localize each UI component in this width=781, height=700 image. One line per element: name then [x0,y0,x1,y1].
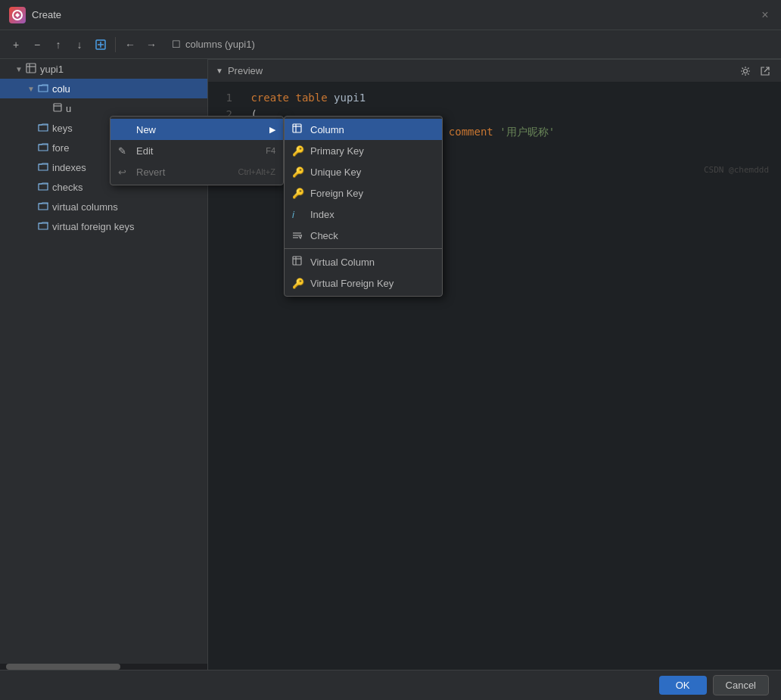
submenu-item-virtual-foreign-key[interactable]: 🔑 Virtual Foreign Key [285,272,442,294]
preview-title: Preview [228,65,263,76]
svg-rect-4 [26,64,36,73]
menu-item-new[interactable]: New ▶ [110,119,283,140]
menu-edit-label: Edit [136,145,153,157]
table-name: yupi1 [334,92,366,104]
menu-item-revert[interactable]: ↩ Revert Ctrl+Alt+Z [110,161,283,182]
submenu-virtual-column-label: Virtual Column [310,257,375,268]
ok-button[interactable]: OK [659,676,707,695]
context-menu: New ▶ ✎ Edit F4 ↩ Revert Ctrl+Alt+Z [110,116,284,185]
breadcrumb-icon: ☐ [172,39,181,50]
sidebar-item-columns[interactable]: ▼ colu [0,79,207,98]
folder-icon [38,201,48,213]
sidebar-item-virtual-columns[interactable]: virtual columns [0,197,207,216]
submenu-item-column[interactable]: Column [285,119,442,140]
menu-new-label: New [136,124,156,135]
svg-rect-11 [293,124,301,132]
submenu-index-label: Index [310,209,334,220]
breadcrumb-text: columns (yupi1) [185,39,255,50]
folder-icon [38,182,48,193]
submenu-item-index[interactable]: i Index [285,204,442,225]
window-title: Create [32,9,61,20]
submenu-item-virtual-column[interactable]: Virtual Column [285,251,442,272]
chevron-icon: ▼ [15,65,23,73]
sidebar-label-virtual-columns: virtual columns [52,201,118,213]
external-link-button[interactable] [757,63,773,79]
folder-icon [38,221,48,232]
edit-icon: ✎ [118,145,132,157]
cancel-button[interactable]: Cancel [713,675,769,695]
submenu-column-label: Column [310,124,344,135]
sidebar-label-keys: keys [52,123,73,134]
submenu-primary-key-label: Primary Key [310,145,364,157]
column-icon [53,103,62,114]
folder-icon [38,123,48,134]
sidebar-label-indexes: indexes [52,162,86,173]
index-icon: i [292,209,306,220]
submenu-item-primary-key[interactable]: 🔑 Primary Key [285,140,442,161]
preview-chevron-icon: ▼ [216,67,223,75]
folder-icon [38,162,48,173]
folder-icon [38,83,48,95]
sidebar-label-u: u [66,103,71,114]
sidebar-item-virtual-foreign-keys[interactable]: virtual foreign keys [0,216,207,236]
preview-header: ▼ Preview [208,59,781,82]
move-up-button[interactable]: ↑ [48,35,68,54]
move-down-button[interactable]: ↓ [70,35,89,54]
menu-item-edit[interactable]: ✎ Edit F4 [110,140,283,161]
preview-actions [737,63,773,79]
keyword-comment: comment [449,126,493,138]
revert-shortcut: Ctrl+Alt+Z [238,167,275,176]
bottom-bar: OK Cancel [0,670,781,700]
keyword-create: create [250,92,289,104]
foreign-key-icon: 🔑 [292,188,306,199]
svg-point-9 [744,69,748,73]
back-button[interactable]: ← [120,35,140,54]
add-button[interactable]: + [6,35,26,54]
svg-rect-7 [54,104,61,111]
submenu-item-check[interactable]: Check [285,225,442,246]
sidebar-label-foreign: fore [52,142,69,154]
submenu-separator [285,248,442,249]
sidebar-label-checks: checks [52,182,82,193]
remove-button[interactable]: − [27,35,47,54]
new-arrow: ▶ [269,125,275,135]
toolbar-divider [115,37,116,52]
primary-key-icon: 🔑 [292,145,306,157]
submenu-item-foreign-key[interactable]: 🔑 Foreign Key [285,182,442,204]
virtual-foreign-key-icon: 🔑 [292,278,306,289]
submenu-foreign-key-label: Foreign Key [310,188,363,199]
virtual-column-icon [292,256,306,268]
edit-shortcut: F4 [266,146,275,155]
sidebar-item-yupi1[interactable]: ▼ yupi1 [0,59,207,79]
line-number: 1 [220,89,232,106]
submenu-virtual-foreign-key-label: Virtual Foreign Key [310,278,394,289]
folder-icon [38,142,48,154]
close-button[interactable]: × [758,8,772,22]
comment-value: '用户昵称' [499,126,555,138]
check-icon [292,230,306,241]
svg-rect-17 [293,257,301,265]
title-bar: Create × [0,0,781,30]
chevron-icon: ▼ [27,85,35,93]
svg-line-10 [764,67,769,72]
sidebar-label-virtual-foreign-keys: virtual foreign keys [52,221,134,232]
forward-button[interactable]: → [142,35,161,54]
sidebar-label-yupi1: yupi1 [40,64,64,75]
preview-line-1: 1 create table yupi1 [220,89,769,106]
menu-revert-label: Revert [136,166,165,178]
submenu-unique-key-label: Unique Key [310,166,361,178]
app-icon [9,7,26,23]
column-menu-icon [292,123,306,135]
table-icon [26,63,36,76]
toolbar: + − ↑ ↓ ← → ☐ columns (yupi1) [0,30,781,59]
sidebar-label-columns: colu [52,83,70,95]
unique-key-icon: 🔑 [292,166,306,178]
revert-icon: ↩ [118,166,132,178]
keyword-table: table [295,92,327,104]
submenu-check-label: Check [310,230,338,241]
move-button[interactable] [91,35,110,54]
submenu-item-unique-key[interactable]: 🔑 Unique Key [285,161,442,182]
breadcrumb-area: ☐ columns (yupi1) [163,39,775,50]
submenu: Column 🔑 Primary Key 🔑 Unique Key 🔑 Fore… [284,116,443,297]
settings-button[interactable] [737,63,754,79]
